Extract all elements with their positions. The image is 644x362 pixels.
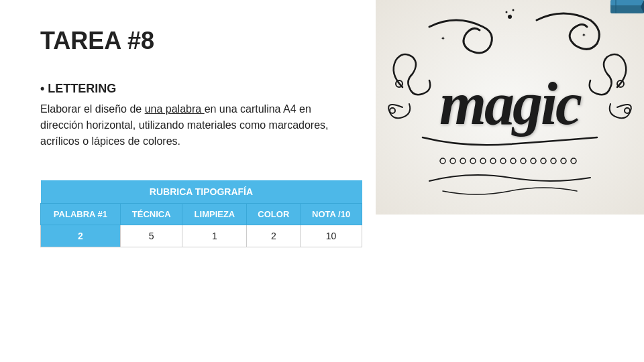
table-subheader-row: PALABRA #1 TÉCNICA LIMPIEZA COLOR NOTA /… — [41, 204, 362, 225]
section-label: LETTERING — [48, 82, 116, 95]
svg-text:magic: magic — [439, 70, 582, 137]
bullet: • — [40, 82, 44, 95]
magic-svg: ✦ ✦ ✦ magic — [376, 0, 644, 215]
section-heading: • LETTERING — [40, 82, 349, 96]
row-label: 2 — [41, 225, 121, 247]
table-header-cell: RUBRICA TIPOGRAFÍA — [41, 180, 362, 204]
underline-text: una palabra — [145, 103, 205, 115]
description-text: Elaborar el diseño de una palabra en una… — [40, 101, 349, 149]
page-title: TAREA #8 — [40, 27, 349, 55]
col-header-color: COLOR — [247, 204, 301, 225]
left-panel: TAREA #8 • LETTERING Elaborar el diseño … — [0, 0, 376, 362]
page: TAREA #8 • LETTERING Elaborar el diseño … — [0, 0, 644, 362]
cell-nota: 10 — [301, 225, 362, 247]
rubric-table-container: RUBRICA TIPOGRAFÍA PALABRA #1 TÉCNICA LI… — [40, 180, 362, 247]
col-header-limpieza: LIMPIEZA — [182, 204, 247, 225]
svg-text:✦: ✦ — [441, 36, 445, 42]
right-panel: ✦ ✦ ✦ magic — [376, 0, 644, 215]
table-header-row: RUBRICA TIPOGRAFÍA — [41, 180, 362, 204]
cell-tecnica: 5 — [120, 225, 182, 247]
rubric-table: RUBRICA TIPOGRAFÍA PALABRA #1 TÉCNICA LI… — [40, 180, 362, 247]
svg-point-3 — [513, 9, 515, 11]
cell-color: 2 — [247, 225, 301, 247]
col-header-tecnica: TÉCNICA — [120, 204, 182, 225]
col-header-nota: NOTA /10 — [301, 204, 362, 225]
svg-text:✦: ✦ — [582, 32, 586, 38]
cell-limpieza: 1 — [182, 225, 247, 247]
svg-text:✦: ✦ — [507, 13, 513, 20]
col-header-palabra: PALABRA #1 — [41, 204, 121, 225]
lettering-image: ✦ ✦ ✦ magic — [376, 0, 644, 215]
table-data-row: 2 5 1 2 10 — [41, 225, 362, 247]
